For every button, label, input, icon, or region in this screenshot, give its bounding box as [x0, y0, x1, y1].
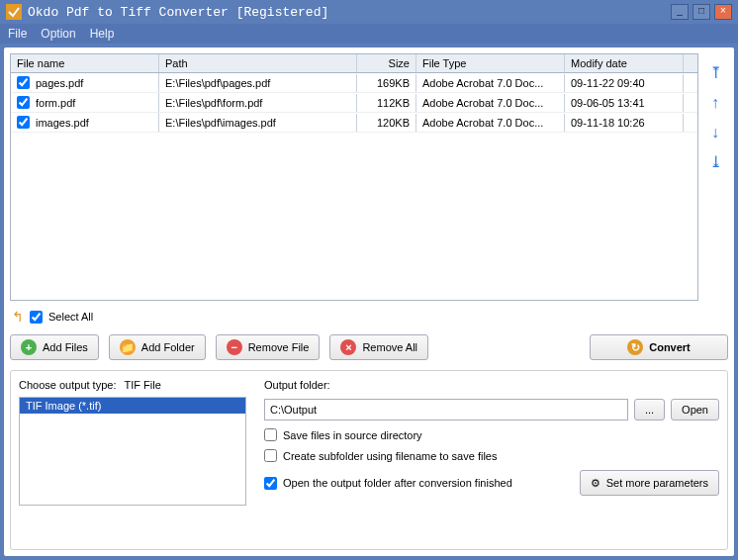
table-row[interactable]: pages.pdfE:\Files\pdf\pages.pdf169KBAdob… — [11, 73, 697, 93]
svg-rect-0 — [6, 4, 22, 20]
cell-path: E:\Files\pdf\pages.pdf — [159, 74, 357, 92]
move-down-button[interactable]: ↓ — [706, 125, 724, 142]
cell-name: images.pdf — [36, 117, 89, 129]
col-header-size[interactable]: Size — [357, 54, 416, 72]
main-body: File name Path Size File Type Modify dat… — [4, 47, 734, 556]
menu-bar: File Option Help — [0, 24, 738, 44]
add-files-button[interactable]: + Add Files — [10, 334, 99, 360]
col-header-type[interactable]: File Type — [416, 54, 565, 72]
type-item[interactable]: TIF Image (*.tif) — [20, 398, 245, 414]
cell-size: 120KB — [357, 114, 416, 132]
remove-all-button[interactable]: × Remove All — [329, 334, 428, 360]
window-controls: _ □ × — [671, 4, 732, 20]
open-after-label: Open the output folder after conversion … — [283, 477, 512, 489]
menu-help[interactable]: Help — [90, 27, 115, 41]
output-type-label: Choose output type: — [19, 379, 116, 391]
open-folder-button[interactable]: Open — [671, 399, 719, 420]
x-icon: × — [340, 339, 356, 355]
convert-button[interactable]: ↻ Convert — [590, 334, 728, 360]
open-after-checkbox[interactable] — [264, 477, 277, 490]
output-folder-input[interactable] — [264, 399, 628, 420]
window-title: Okdo Pdf to Tiff Converter [Registered] — [28, 5, 665, 20]
select-all-row: ↰ Select All — [12, 309, 728, 325]
more-parameters-label: Set more parameters — [606, 477, 708, 489]
cell-date: 09-11-18 10:26 — [565, 114, 684, 132]
cell-name: pages.pdf — [36, 77, 83, 89]
add-folder-label: Add Folder — [141, 341, 195, 353]
select-all-label: Select All — [48, 311, 93, 323]
remove-file-button[interactable]: − Remove File — [216, 334, 321, 360]
cell-type: Adobe Acrobat 7.0 Doc... — [416, 94, 565, 112]
col-header-name[interactable]: File name — [11, 54, 159, 72]
convert-label: Convert — [649, 341, 691, 353]
plus-icon: + — [21, 339, 37, 355]
table-header: File name Path Size File Type Modify dat… — [11, 54, 697, 73]
move-up-button[interactable]: ↑ — [706, 95, 724, 113]
folder-up-icon[interactable]: ↰ — [12, 309, 24, 325]
cell-date: 09-11-22 09:40 — [565, 74, 684, 92]
title-bar: Okdo Pdf to Tiff Converter [Registered] … — [0, 0, 738, 24]
output-folder-label: Output folder: — [264, 379, 719, 391]
browse-button[interactable]: ... — [634, 399, 665, 420]
cell-date: 09-06-05 13:41 — [565, 94, 684, 112]
folder-icon: 📁 — [120, 339, 136, 355]
cell-name: form.pdf — [36, 97, 75, 109]
bottom-panel: Choose output type: TIF File TIF Image (… — [10, 370, 728, 550]
cell-path: E:\Files\pdf\images.pdf — [159, 114, 357, 132]
move-bottom-button[interactable]: ⤓ — [706, 154, 724, 172]
cell-size: 169KB — [357, 74, 416, 92]
type-list[interactable]: TIF Image (*.tif) — [19, 397, 246, 506]
file-table[interactable]: File name Path Size File Type Modify dat… — [10, 53, 698, 301]
remove-all-label: Remove All — [362, 341, 417, 353]
app-icon — [6, 4, 22, 20]
cell-type: Adobe Acrobat 7.0 Doc... — [416, 74, 565, 92]
col-header-path[interactable]: Path — [159, 54, 357, 72]
cell-type: Adobe Acrobat 7.0 Doc... — [416, 114, 565, 132]
remove-file-label: Remove File — [248, 341, 310, 353]
save-source-checkbox[interactable] — [264, 428, 277, 441]
table-row[interactable]: form.pdfE:\Files\pdf\form.pdf112KBAdobe … — [11, 93, 697, 113]
output-type-current: TIF File — [124, 379, 160, 391]
minimize-button[interactable]: _ — [671, 4, 689, 20]
select-all-checkbox[interactable] — [30, 311, 43, 324]
gear-icon: ⚙ — [591, 477, 600, 490]
row-checkbox[interactable] — [17, 96, 30, 109]
row-checkbox[interactable] — [17, 76, 30, 89]
file-list-area: File name Path Size File Type Modify dat… — [10, 53, 728, 301]
more-parameters-button[interactable]: ⚙ Set more parameters — [580, 470, 719, 496]
output-type-panel: Choose output type: TIF File TIF Image (… — [19, 379, 246, 541]
table-row[interactable]: images.pdfE:\Files\pdf\images.pdf120KBAd… — [11, 113, 697, 133]
subfolder-label: Create subfolder using filename to save … — [283, 450, 497, 462]
col-header-date[interactable]: Modify date — [565, 54, 684, 72]
app-window: Okdo Pdf to Tiff Converter [Registered] … — [0, 0, 738, 560]
maximize-button[interactable]: □ — [692, 4, 710, 20]
cell-size: 112KB — [357, 94, 416, 112]
row-checkbox[interactable] — [17, 116, 30, 129]
save-source-label: Save files in source directory — [283, 429, 422, 441]
add-folder-button[interactable]: 📁 Add Folder — [109, 334, 206, 360]
reorder-controls: ⤒ ↑ ↓ ⤓ — [702, 53, 728, 301]
output-folder-panel: Output folder: ... Open Save files in so… — [264, 379, 719, 541]
cell-path: E:\Files\pdf\form.pdf — [159, 94, 357, 112]
menu-file[interactable]: File — [8, 27, 27, 41]
add-files-label: Add Files — [43, 341, 88, 353]
convert-icon: ↻ — [627, 339, 643, 355]
menu-option[interactable]: Option — [41, 27, 75, 41]
close-button[interactable]: × — [714, 4, 732, 20]
move-top-button[interactable]: ⤒ — [706, 65, 724, 83]
table-body: pages.pdfE:\Files\pdf\pages.pdf169KBAdob… — [11, 73, 697, 133]
subfolder-checkbox[interactable] — [264, 449, 277, 462]
toolbar: + Add Files 📁 Add Folder − Remove File ×… — [10, 334, 728, 360]
minus-icon: − — [227, 339, 242, 355]
